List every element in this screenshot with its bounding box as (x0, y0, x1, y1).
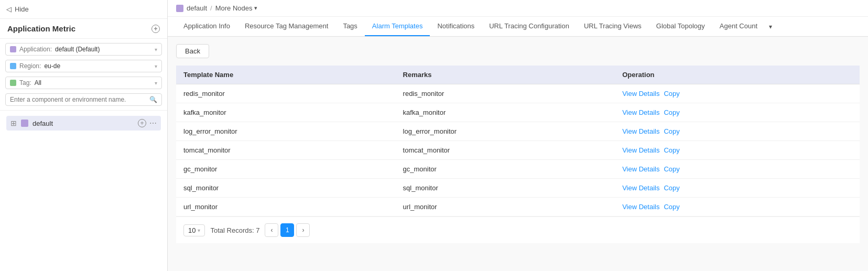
tag-filter[interactable]: Tag: All ▾ (5, 77, 162, 89)
add-sidebar-button[interactable]: + (151, 25, 160, 33)
copy-button[interactable]: Copy (664, 184, 679, 192)
tab-more-button[interactable]: ▾ (765, 18, 776, 36)
column-template-name: Template Name (176, 66, 396, 84)
hide-button[interactable]: ◁ Hide (0, 0, 167, 19)
tab-resource-tag-management[interactable]: Resource Tag Management (237, 17, 335, 36)
view-details-button[interactable]: View Details (622, 90, 659, 97)
chevron-down-icon: ▾ (155, 47, 157, 52)
breadcrumb-arrow-icon: ▾ (254, 5, 257, 12)
search-input[interactable] (10, 96, 146, 103)
cell-operations: View DetailsCopy (615, 160, 860, 179)
cell-template-name: gc_monitor (176, 160, 396, 179)
tree-item-label: default (32, 120, 134, 127)
table-row: kafka_monitorkafka_monitorView DetailsCo… (176, 103, 860, 122)
view-details-button[interactable]: View Details (622, 165, 659, 173)
view-details-button[interactable]: View Details (622, 127, 659, 135)
tab-application-info[interactable]: Application Info (176, 17, 237, 36)
breadcrumb-separator: / (210, 4, 212, 12)
region-label: Region: (19, 62, 41, 70)
tab-content: Back Template Name Remarks Operation red… (168, 37, 868, 271)
cell-operations: View DetailsCopy (615, 84, 860, 103)
search-icon: 🔍 (149, 96, 157, 103)
table-row: sql_monitorsql_monitorView DetailsCopy (176, 179, 860, 198)
copy-button[interactable]: Copy (664, 109, 679, 116)
breadcrumb-app-icon (176, 5, 183, 12)
table-row: log_error_monitorlog_error_monitorView D… (176, 122, 860, 141)
view-details-button[interactable]: View Details (622, 203, 659, 211)
copy-button[interactable]: Copy (664, 90, 679, 97)
copy-button[interactable]: Copy (664, 127, 679, 135)
tag-icon (10, 80, 16, 86)
sidebar: ◁ Hide Application Metric + Application:… (0, 0, 168, 271)
table-row: gc_monitorgc_monitorView DetailsCopy (176, 160, 860, 179)
tab-notifications[interactable]: Notifications (430, 17, 482, 36)
copy-button[interactable]: Copy (664, 165, 679, 173)
tree-add-button[interactable]: + (138, 119, 146, 127)
region-value: eu-de (44, 62, 151, 70)
cell-remarks: log_error_monitor (396, 122, 615, 141)
tab-alarm-templates[interactable]: Alarm Templates (365, 17, 430, 36)
tree-actions: + ⋯ (138, 119, 157, 127)
cell-remarks: gc_monitor (396, 160, 615, 179)
cell-remarks: sql_monitor (396, 179, 615, 198)
tab-url-tracing-views[interactable]: URL Tracing Views (577, 17, 649, 36)
table-row: redis_monitorredis_monitorView DetailsCo… (176, 84, 860, 103)
tree-item-default[interactable]: ⊞ default + ⋯ (6, 116, 161, 131)
total-records-label: Total Records: 7 (210, 226, 259, 234)
next-page-button[interactable]: › (296, 223, 310, 237)
tree-more-button[interactable]: ⋯ (149, 119, 157, 127)
tag-value: All (35, 79, 151, 86)
sidebar-tree: ⊞ default + ⋯ (0, 111, 167, 136)
tab-agent-count[interactable]: Agent Count (712, 17, 765, 36)
expand-icon[interactable]: ⊞ (10, 119, 17, 127)
page-size-arrow-icon: ▾ (198, 227, 200, 233)
column-operation: Operation (615, 66, 860, 84)
cell-operations: View DetailsCopy (615, 198, 860, 216)
application-value: default (Default) (55, 46, 151, 53)
copy-button[interactable]: Copy (664, 203, 679, 211)
cell-operations: View DetailsCopy (615, 103, 860, 122)
view-details-button[interactable]: View Details (622, 109, 659, 116)
breadcrumb: default / More Nodes ▾ (168, 0, 868, 17)
cell-remarks: kafka_monitor (396, 103, 615, 122)
cell-remarks: tomcat_monitor (396, 141, 615, 160)
region-filter[interactable]: Region: eu-de ▾ (5, 60, 162, 72)
chevron-down-icon: ▾ (155, 63, 157, 69)
cell-template-name: sql_monitor (176, 179, 396, 198)
tab-tags[interactable]: Tags (335, 17, 364, 36)
back-button[interactable]: Back (176, 44, 209, 58)
tab-global-topology[interactable]: Global Topology (649, 17, 712, 36)
app-icon (10, 46, 16, 52)
application-filter[interactable]: Application: default (Default) ▾ (5, 43, 162, 56)
cell-operations: View DetailsCopy (615, 179, 860, 198)
cell-operations: View DetailsCopy (615, 122, 860, 141)
sidebar-title-row: Application Metric + (0, 19, 167, 39)
table-row: tomcat_monitortomcat_monitorView Details… (176, 141, 860, 160)
region-icon (10, 63, 16, 69)
sidebar-filters: Application: default (Default) ▾ Region:… (0, 39, 167, 111)
cell-remarks: redis_monitor (396, 84, 615, 103)
tag-label: Tag: (19, 79, 31, 86)
view-details-button[interactable]: View Details (622, 146, 659, 154)
breadcrumb-more-nodes[interactable]: More Nodes ▾ (215, 4, 258, 12)
tab-url-tracing-configuration[interactable]: URL Tracing Configuration (482, 17, 577, 36)
cell-remarks: url_monitor (396, 198, 615, 216)
hide-label: Hide (15, 5, 29, 13)
breadcrumb-root: default (187, 4, 207, 12)
prev-page-button[interactable]: ‹ (265, 223, 278, 237)
page-navigation: ‹ 1 › (265, 223, 310, 237)
chevron-left-icon: ◁ (6, 5, 12, 13)
cell-template-name: redis_monitor (176, 84, 396, 103)
component-search-row[interactable]: 🔍 (5, 93, 162, 106)
page-size-selector[interactable]: 10 ▾ (183, 224, 205, 236)
cell-template-name: kafka_monitor (176, 103, 396, 122)
cell-template-name: tomcat_monitor (176, 141, 396, 160)
back-label: Back (185, 47, 200, 55)
copy-button[interactable]: Copy (664, 146, 679, 154)
page-1-button[interactable]: 1 (280, 223, 294, 237)
cell-operations: View DetailsCopy (615, 141, 860, 160)
pagination: 10 ▾ Total Records: 7 ‹ 1 › (176, 216, 860, 243)
view-details-button[interactable]: View Details (622, 184, 659, 192)
page-size-value: 10 (188, 226, 196, 234)
chevron-down-icon: ▾ (155, 80, 157, 86)
